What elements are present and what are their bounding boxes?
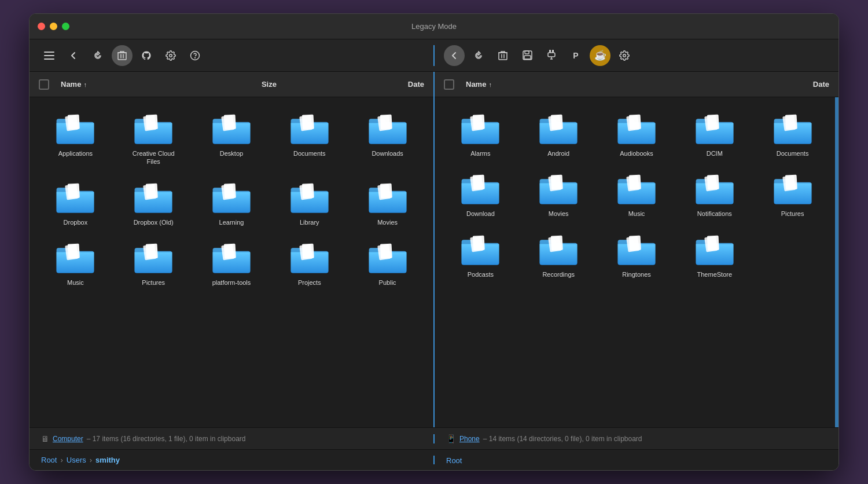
- svg-rect-40: [380, 183, 392, 198]
- right-file-item[interactable]: Recordings: [522, 228, 595, 283]
- breadcrumb-item[interactable]: smithy: [95, 456, 120, 464]
- plug-button-right[interactable]: [541, 45, 562, 66]
- left-file-item[interactable]: Creative Cloud Files: [117, 107, 190, 171]
- svg-rect-48: [302, 244, 314, 259]
- left-file-item[interactable]: Movies: [351, 175, 424, 231]
- content-area: Name ↑ Size Date: [30, 72, 838, 427]
- right-col-name[interactable]: Name ↑: [466, 80, 535, 89]
- save-button-right[interactable]: [517, 45, 538, 66]
- left-col-name[interactable]: Name ↑: [61, 80, 130, 89]
- delete-button-right[interactable]: [492, 45, 513, 66]
- file-name: Projects: [298, 278, 321, 287]
- folder-icon: [367, 240, 409, 275]
- file-name: Learning: [219, 218, 244, 226]
- folder-icon: [54, 111, 96, 146]
- file-name: Documents: [293, 149, 326, 157]
- svg-rect-9: [499, 53, 507, 60]
- svg-rect-74: [551, 235, 563, 250]
- left-file-item[interactable]: Music: [39, 236, 112, 291]
- svg-rect-26: [224, 115, 236, 130]
- delete-button[interactable]: [112, 45, 133, 66]
- breadcrumb-item[interactable]: Users: [67, 456, 86, 464]
- file-name: Audiobooks: [620, 149, 653, 157]
- folder-icon: [538, 171, 579, 206]
- folder-icon: [772, 171, 814, 206]
- svg-rect-78: [707, 235, 719, 250]
- left-file-item[interactable]: Desktop: [195, 107, 269, 171]
- file-name: DCIM: [707, 149, 723, 157]
- folder-icon: [54, 240, 96, 275]
- right-file-item[interactable]: Documents: [756, 107, 829, 162]
- left-file-item[interactable]: Learning: [195, 175, 269, 231]
- right-file-item[interactable]: Audiobooks: [600, 107, 674, 162]
- left-col-size[interactable]: Size: [130, 80, 408, 89]
- settings-button-left[interactable]: [160, 45, 181, 66]
- menu-button[interactable]: [39, 45, 60, 66]
- svg-rect-30: [380, 115, 392, 130]
- left-file-item[interactable]: Documents: [273, 107, 346, 171]
- folder-icon: [616, 232, 657, 267]
- right-file-item[interactable]: Alarms: [444, 107, 517, 162]
- right-file-item[interactable]: Android: [522, 107, 595, 162]
- left-col-date[interactable]: Date: [408, 80, 424, 89]
- breadcrumb-item[interactable]: Root: [41, 456, 57, 464]
- refresh-button-right[interactable]: [468, 45, 489, 66]
- svg-point-20: [623, 54, 626, 57]
- phone-link[interactable]: Phone: [459, 435, 480, 443]
- file-name: Notifications: [697, 210, 732, 218]
- folder-icon: [694, 232, 735, 267]
- left-file-item[interactable]: platform-tools: [195, 236, 269, 291]
- right-file-item[interactable]: Notifications: [678, 167, 751, 222]
- file-name: Public: [379, 278, 396, 287]
- file-name: platform-tools: [212, 278, 251, 287]
- left-file-item[interactable]: Public: [351, 236, 424, 291]
- file-name: Dropbox: [64, 218, 88, 226]
- refresh-button[interactable]: [87, 45, 108, 66]
- right-file-item[interactable]: Music: [600, 167, 674, 222]
- right-select-all-checkbox[interactable]: [444, 79, 454, 90]
- left-file-item[interactable]: Projects: [273, 236, 346, 291]
- right-file-item[interactable]: Pictures: [756, 167, 829, 222]
- folder-icon: [367, 111, 409, 146]
- left-file-item[interactable]: Dropbox (Old): [117, 175, 190, 231]
- left-select-all-checkbox[interactable]: [39, 79, 49, 90]
- file-name: ThemeStore: [697, 270, 733, 278]
- computer-link[interactable]: Computer: [53, 435, 83, 443]
- help-button[interactable]: [185, 45, 205, 66]
- file-name: Documents: [777, 149, 809, 157]
- right-file-item[interactable]: DCIM: [678, 107, 751, 162]
- folder-icon: [694, 171, 735, 206]
- coffee-button-right[interactable]: ☕: [590, 45, 610, 66]
- left-file-item[interactable]: Downloads: [351, 107, 424, 171]
- left-file-item[interactable]: Applications: [39, 107, 112, 171]
- left-file-item[interactable]: Pictures: [117, 236, 190, 291]
- folder-icon: [367, 180, 409, 215]
- svg-rect-76: [629, 235, 641, 250]
- close-button[interactable]: [38, 23, 45, 30]
- svg-rect-60: [785, 115, 797, 130]
- left-file-item[interactable]: Library: [273, 175, 346, 231]
- file-name: Music: [67, 278, 84, 287]
- paypal-button-right[interactable]: P: [565, 45, 586, 66]
- maximize-button[interactable]: [62, 23, 69, 30]
- back-button-right[interactable]: [444, 45, 465, 66]
- right-col-date[interactable]: Date: [813, 80, 829, 89]
- file-name: Downloads: [372, 149, 403, 157]
- status-bar-right: 📱 Phone – 14 items (14 directories, 0 fi…: [435, 434, 838, 443]
- right-file-item[interactable]: Podcasts: [444, 228, 517, 283]
- svg-rect-22: [68, 115, 80, 130]
- right-file-item[interactable]: Download: [444, 167, 517, 222]
- settings-button-right[interactable]: [614, 45, 635, 66]
- status-bar-left: 🖥 Computer – 17 items (16 directories, 1…: [30, 434, 435, 443]
- back-button[interactable]: [63, 45, 84, 66]
- left-file-item[interactable]: Dropbox: [39, 175, 112, 231]
- minimize-button[interactable]: [50, 23, 57, 30]
- breadcrumb-item[interactable]: Root: [446, 456, 462, 465]
- svg-rect-56: [629, 115, 641, 130]
- right-file-item[interactable]: ThemeStore: [678, 228, 751, 283]
- svg-rect-24: [146, 115, 158, 130]
- right-scrollbar[interactable]: [835, 97, 838, 427]
- right-file-item[interactable]: Movies: [522, 167, 595, 222]
- github-button[interactable]: [136, 45, 157, 66]
- right-file-item[interactable]: Ringtones: [600, 228, 674, 283]
